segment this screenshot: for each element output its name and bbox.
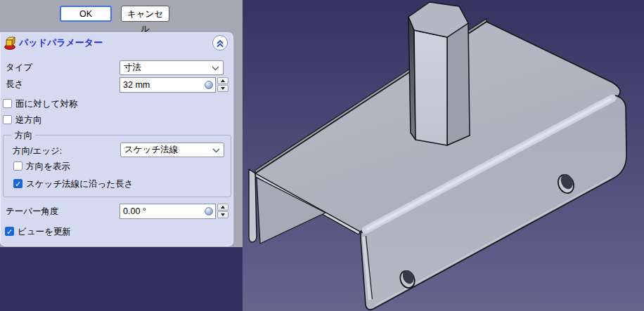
show-direction-checkbox[interactable]: ✓	[13, 161, 22, 171]
direction-edge-value: スケッチ法線	[124, 145, 178, 154]
reversed-checkbox[interactable]: ✓	[3, 115, 12, 124]
length-along-normal-checkbox[interactable]: ✓	[13, 179, 22, 188]
pad-parameters-panel: パッドパラメーター タイプ 寸法 長さ 32 mm	[0, 32, 234, 247]
check-icon: ✓	[15, 180, 22, 188]
panel-background-fill	[0, 247, 243, 311]
cancel-button[interactable]: キャンセル	[121, 6, 169, 22]
direction-group: 方向 方向/エッジ: スケッチ法線 ✓ 方向を表示 ✓ スケッチ法線に沿った長さ	[3, 135, 231, 197]
triangle-up-icon	[221, 206, 225, 209]
type-label: タイプ	[6, 62, 32, 74]
triangle-down-icon	[221, 87, 225, 90]
length-input[interactable]: 32 mm	[120, 77, 216, 93]
hex-right-face	[447, 23, 470, 145]
expression-editor-icon[interactable]	[205, 81, 213, 89]
chevron-double-up-icon	[213, 36, 227, 50]
spin-up-button[interactable]	[217, 204, 228, 211]
hex-boss	[408, 2, 470, 145]
freecad-window: OK キャンセル パッドパラメーター タイプ	[0, 0, 644, 311]
panel-header: パッドパラメーター	[0, 32, 233, 53]
direction-edge-label: 方向/エッジ:	[13, 145, 62, 157]
symmetric-label: 面に対して対称	[15, 98, 77, 110]
direction-group-title: 方向	[12, 130, 35, 142]
reversed-label: 逆方向	[15, 114, 42, 126]
pad-icon	[3, 36, 17, 50]
3d-viewport[interactable]	[243, 0, 644, 311]
direction-edge-combobox[interactable]: スケッチ法線	[120, 143, 224, 157]
show-direction-label: 方向を表示	[26, 161, 70, 173]
spin-up-button[interactable]	[217, 77, 228, 84]
length-label: 長さ	[6, 79, 23, 91]
spin-down-button[interactable]	[217, 211, 228, 218]
taper-angle-label: テーパー角度	[6, 206, 59, 218]
ok-button[interactable]: OK	[60, 6, 112, 22]
symmetric-checkbox[interactable]: ✓	[3, 99, 12, 108]
panel-title: パッドパラメーター	[19, 32, 103, 53]
collapse-panel-button[interactable]	[212, 35, 228, 51]
triangle-down-icon	[221, 213, 225, 216]
type-combobox[interactable]: 寸法	[120, 60, 224, 75]
spin-down-button[interactable]	[217, 85, 228, 92]
update-view-checkbox[interactable]: ✓	[5, 227, 14, 236]
taper-angle-value: 0.00 °	[123, 206, 146, 216]
task-panel-column: OK キャンセル パッドパラメーター タイプ	[0, 0, 243, 311]
triangle-up-icon	[221, 79, 225, 82]
type-combobox-value: 寸法	[124, 62, 141, 72]
expression-editor-icon[interactable]	[205, 207, 213, 216]
taper-angle-input[interactable]: 0.00 °	[120, 204, 216, 219]
length-spinner	[217, 77, 228, 93]
taper-angle-spinner	[217, 204, 228, 219]
length-value: 32 mm	[123, 80, 150, 90]
chevron-down-icon	[212, 148, 220, 153]
update-view-label: ビューを更新	[18, 226, 71, 238]
hex-front-face	[414, 30, 447, 145]
length-along-normal-label: スケッチ法線に沿った長さ	[26, 178, 133, 190]
back-flange-end-face	[249, 169, 257, 242]
3d-scene	[243, 0, 644, 311]
check-icon: ✓	[6, 227, 13, 236]
chevron-down-icon	[212, 66, 219, 71]
